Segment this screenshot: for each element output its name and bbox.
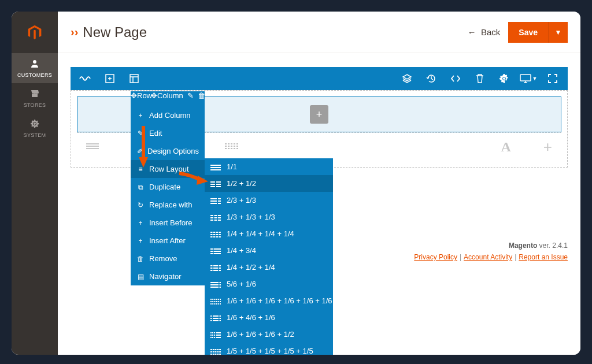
layout-option-thirds[interactable]: 1/3 + 1/3 + 1/3 [205,209,333,225]
svg-rect-51 [216,186,221,187]
move-icon: ✥ [131,91,137,100]
duplicate-icon: ⧉ [136,183,145,191]
back-button[interactable]: ← Back [468,27,501,37]
trash-icon[interactable] [468,67,491,90]
ctx-edit[interactable]: ✎Edit [131,124,205,142]
svg-rect-97 [220,284,221,285]
svg-rect-76 [213,236,216,237]
ctx-remove[interactable]: 🗑Remove [131,250,205,268]
ctx-row-layout[interactable]: ≡Row Layout [131,160,205,178]
svg-rect-36 [234,146,235,147]
svg-rect-33 [225,146,227,147]
sidebar-item-system[interactable]: SYSTEM [12,113,58,143]
svg-rect-116 [218,303,219,304]
sidebar-item-customers[interactable]: CUSTOMERS [12,53,58,83]
ctx-duplicate[interactable]: ⧉Duplicate [131,178,205,196]
svg-rect-123 [220,318,221,319]
layout-icon [210,231,221,237]
fullscreen-icon[interactable] [541,67,564,90]
add-element-button[interactable]: + [310,105,328,124]
svg-rect-79 [210,248,213,250]
layout-option-1-1[interactable]: 1/1 [205,158,333,175]
layout-option-fifths[interactable]: 1/5 + 1/5 + 1/5 + 1/5 + 1/5 [205,343,333,355]
svg-rect-141 [215,349,217,350]
page-title: New Page [83,24,467,40]
code-icon[interactable] [444,67,467,90]
svg-rect-151 [215,354,217,355]
layout-option-1-2-1-2[interactable]: 1/2 + 1/2 [205,175,333,192]
bars-icon: ≡ [136,165,145,173]
svg-rect-138 [216,337,221,338]
product-name: Magento [509,242,537,250]
svg-rect-3 [520,75,531,81]
layout-option-5-6-1-6[interactable]: 5/6 + 1/6 [205,276,333,292]
layout-icon [210,164,221,170]
palette-row-icon[interactable] [86,141,99,153]
svg-rect-132 [212,335,213,336]
ctx-navigator[interactable]: ▤Navigator [131,268,205,285]
svg-rect-34 [228,146,230,147]
layout-option-quarters[interactable]: 1/4 + 1/4 + 1/4 + 1/4 [205,225,333,242]
gear-icon[interactable] [493,67,516,90]
svg-rect-52 [210,198,217,199]
layout-icon [210,348,221,355]
svg-rect-41 [234,148,235,149]
svg-rect-105 [220,299,221,300]
layout-option-1-4-1-2-1-4[interactable]: 1/4 + 1/2 + 1/4 [205,259,333,276]
svg-rect-103 [216,299,217,300]
svg-rect-46 [210,181,215,183]
ctx-add-column[interactable]: +Add Column [131,106,205,124]
svg-rect-145 [213,351,214,352]
svg-rect-71 [210,234,213,235]
svg-rect-115 [216,303,217,304]
svg-rect-95 [220,282,221,283]
svg-rect-87 [219,265,221,266]
svg-rect-42 [236,148,238,149]
history-icon[interactable] [420,67,443,90]
layout-option-sixths[interactable]: 1/6 + 1/6 + 1/6 + 1/6 + 1/6 + 1/6 [205,292,333,309]
svg-rect-59 [214,215,217,216]
palette-grid2-icon[interactable] [225,141,240,153]
layout-option-1-6-4-6-1-6[interactable]: 1/6 + 4/6 + 1/6 [205,309,333,326]
save-dropdown-toggle[interactable]: ▼ [548,22,568,43]
palette-text-icon[interactable]: A [501,139,510,155]
plus-icon: + [136,112,145,120]
svg-rect-135 [210,337,212,338]
layout-option-1-6x3-1-2[interactable]: 1/6 + 1/6 + 1/6 + 1/2 [205,326,333,343]
ctx-design-options[interactable]: ✐Design Options [131,142,205,160]
svg-rect-48 [210,184,215,185]
svg-rect-100 [210,299,212,300]
layout-option-2-3-1-3[interactable]: 2/3 + 1/3 [205,192,333,209]
row-tag[interactable]: ✥Row [131,91,152,100]
ctx-insert-before[interactable]: +Insert Before [131,214,205,232]
svg-rect-50 [210,186,215,187]
template-icon[interactable] [123,67,146,90]
add-block-icon[interactable] [98,67,121,90]
ctx-insert-after[interactable]: +Insert After [131,232,205,250]
svg-rect-114 [214,303,215,304]
svg-rect-75 [210,236,213,237]
ctx-replace-with[interactable]: ↻Replace with [131,196,205,214]
layout-icon [210,180,221,187]
column-tag[interactable]: ✥Column ✎ 🗑 [151,91,205,100]
desktop-icon[interactable]: ▼ [517,67,540,90]
svg-rect-134 [216,335,221,336]
save-button[interactable]: Save [508,22,548,43]
svg-rect-128 [212,332,213,333]
svg-rect-58 [210,215,213,216]
account-activity-link[interactable]: Account Activity [464,253,512,261]
layers-icon[interactable] [395,67,419,90]
arrow-left-icon: ← [468,27,476,37]
palette-plus-icon[interactable]: + [543,138,552,156]
report-issue-link[interactable]: Report an Issue [519,253,568,261]
svg-rect-93 [219,270,221,271]
privacy-policy-link[interactable]: Privacy Policy [414,253,457,261]
sidebar-item-stores[interactable]: STORES [12,83,58,113]
layout-option-1-4-3-4[interactable]: 1/4 + 3/4 [205,242,333,259]
svg-rect-153 [219,354,221,355]
svg-rect-89 [213,268,218,269]
svg-rect-73 [216,234,219,235]
svg-rect-124 [210,320,212,321]
wave-icon[interactable] [74,67,97,90]
svg-rect-119 [213,315,219,317]
